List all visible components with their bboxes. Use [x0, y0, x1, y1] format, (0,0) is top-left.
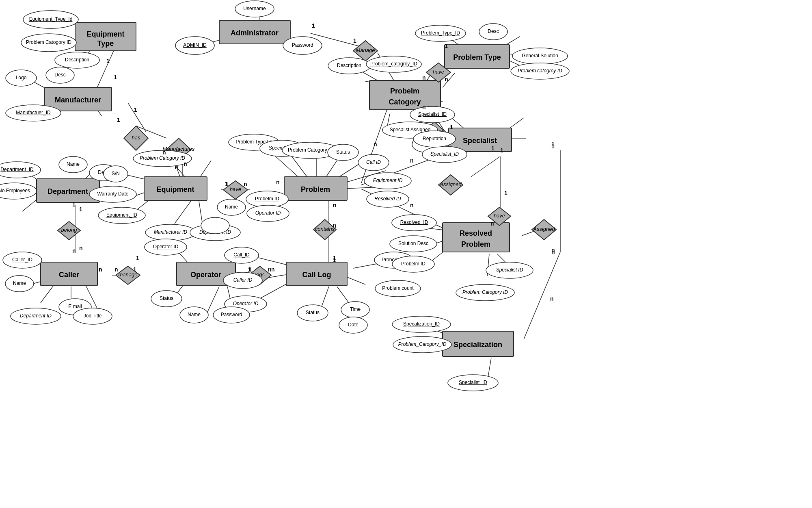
svg-text:1: 1: [134, 106, 137, 113]
attr-password-admin-label: Password: [292, 42, 313, 48]
card-dept-caller-1: 1: [72, 201, 76, 208]
attr-specialist-id-rp-label: Specialist ID: [496, 267, 523, 273]
card-cat-spec-1: 1: [450, 124, 453, 130]
relation-assigned-prob-label: Assigned: [439, 181, 462, 187]
attr-problem-type-id-pt-label: Problem_Type_ID: [421, 30, 460, 36]
svg-line-42: [345, 276, 365, 284]
attr-name-prob-label: Name: [225, 204, 238, 210]
card-dept-caller-n: n: [72, 247, 76, 254]
card-op-log-1: 1: [248, 266, 251, 273]
attr-problem-category-id-sz-label: Problem_Catogory_ID: [398, 341, 447, 347]
attr-status-cl-label: Status: [306, 310, 320, 315]
attr-equipment-type-id-label: Equipment_Type_Id: [29, 16, 73, 22]
svg-text:n: n: [114, 266, 118, 273]
attr-equipment-id-prob-label: Equipment ID: [373, 178, 403, 183]
svg-text:n: n: [374, 141, 377, 148]
attr-status-prob-label: Status: [336, 149, 350, 155]
entity-specialization-label: Specialization: [454, 341, 502, 349]
entity-problem-category-label2: Catogory: [389, 98, 421, 106]
attr-probelm-id-rp-label: Probelm ID: [401, 261, 425, 267]
svg-line-3: [95, 51, 114, 91]
attr-desc-pt-label: Desc: [488, 28, 499, 34]
attr-name-caller-label: Name: [13, 280, 26, 286]
card-assigned-r-1: 1: [551, 141, 555, 148]
relation-manage-admin-label: Manage: [356, 47, 375, 53]
attr-solution-desc-label: Solution Desc: [398, 241, 428, 246]
er-diagram: 1 1 n 1 n n 1 n 1 1 n: [0, 0, 812, 508]
attr-probelm-id-label: Probelm ID: [255, 196, 279, 202]
attr-equipment-id-label: Equipment_ID: [106, 212, 137, 218]
entity-equipment-label: Equipment: [157, 185, 194, 193]
attr-date-cl-label: Date: [348, 322, 358, 328]
card-cat-type-n: n: [422, 74, 426, 81]
card-assigned-1: 1: [500, 147, 503, 154]
card-manufactures-n: n: [162, 149, 166, 156]
attr-operator-id-cl-label: Operator ID: [233, 301, 259, 306]
relation-have-spec-res-label: have: [494, 213, 505, 219]
entity-operator-label: Operator: [190, 271, 221, 279]
attr-sn-label: S/N: [112, 171, 120, 176]
card-op-log-n: n: [271, 266, 275, 273]
attr-caller-id-cl-label: Caller ID: [233, 277, 253, 283]
attr-problem-category-id-prob-label: Problem Catogory ID: [288, 147, 333, 153]
attr-specialist-id-pc-label: Specialist_ID: [430, 151, 459, 157]
svg-line-17: [175, 201, 191, 224]
card-cat-type-1: 1: [445, 43, 448, 49]
attr-problem-category-id-pc-label: Problem_catogroy_ID: [370, 61, 417, 67]
card-manufactures-n2: n: [184, 161, 187, 167]
card-et-mfr: 1: [114, 74, 117, 80]
attr-name-eq: [201, 217, 229, 234]
attr-name-op-label: Name: [188, 312, 201, 317]
attr-no-employees-label: No.Employees: [0, 188, 30, 193]
attr-problem-category-id-pt-label: Problem catogroy ID: [518, 68, 562, 74]
entity-specialist-label: Specialist: [463, 137, 497, 145]
attr-specialization-id-label: Specalization_ID: [403, 321, 440, 327]
svg-line-20: [199, 161, 211, 179]
attr-manifacturer-id-eq-label: Manifacturer ID: [154, 229, 187, 235]
relation-contains-label: contains: [315, 226, 335, 232]
attr-specialist-id-sp-label: Specialist_ID: [418, 111, 447, 117]
attr-problem-count-cl-label: Problem count: [382, 285, 414, 291]
attr-name-dept-label: Name: [67, 161, 80, 167]
attr-description-et-label: Description: [65, 57, 89, 63]
entity-equipment-type-label2: Type: [97, 39, 114, 48]
entity-problem-label: Problem: [301, 185, 330, 193]
entity-problem-type-label: Problem Type: [453, 53, 501, 61]
attr-job-title-label: Job Title: [84, 313, 102, 319]
entity-calllog-label: Call Log: [302, 271, 331, 279]
svg-text:n: n: [244, 181, 247, 187]
svg-text:n: n: [410, 157, 414, 164]
entity-manufacturer-label: Manufacturer: [55, 96, 101, 104]
svg-text:1: 1: [79, 206, 82, 213]
card-caller-manage-n: n: [99, 266, 102, 273]
svg-line-94: [471, 156, 500, 177]
svg-text:n: n: [79, 245, 83, 251]
svg-line-114: [524, 252, 560, 339]
attr-specialist-id-sz-label: Specialist_ID: [459, 380, 487, 385]
relation-have-equip-problem-label: have: [230, 186, 241, 192]
card-prob-cl-1: 1: [333, 255, 336, 261]
attr-logo-label: Logo: [16, 75, 27, 80]
attr-email-label: E mail: [68, 304, 82, 309]
entity-equipment-type-label: Equipment: [87, 30, 125, 38]
attr-status-op-label: Status: [160, 295, 173, 301]
card-spec-res-1: 1: [491, 145, 495, 152]
card-admin-manage-1: 1: [312, 22, 315, 29]
entity-problem-category-label1: Probelm: [390, 87, 419, 95]
relation-assigned-spec-label: Assigned: [533, 226, 555, 232]
attr-call-id-cl-label: Call_ID: [233, 252, 250, 258]
card-assigned-r-n: n: [551, 249, 555, 255]
attr-department-id-label: Department_ID: [0, 167, 34, 172]
svg-line-57: [207, 287, 219, 313]
relation-belong-label: belong: [61, 227, 77, 233]
card-equip-prob-n: n: [276, 179, 280, 185]
entity-caller-label: Caller: [59, 271, 79, 279]
card-cat-spec-n: n: [422, 104, 426, 110]
attr-operator-id-op-label: Operator ID: [153, 244, 179, 250]
attr-problem-category-id-rp-label: Problem Catogory ID: [462, 289, 508, 295]
attr-username-label: Username: [243, 6, 266, 11]
attr-desc-mfr-label: Desc: [54, 72, 65, 78]
attr-warranty-date-label: Warranty Date: [97, 191, 129, 197]
svg-line-40: [321, 287, 329, 309]
attr-caller-id-label: Caller_ID: [12, 257, 32, 263]
